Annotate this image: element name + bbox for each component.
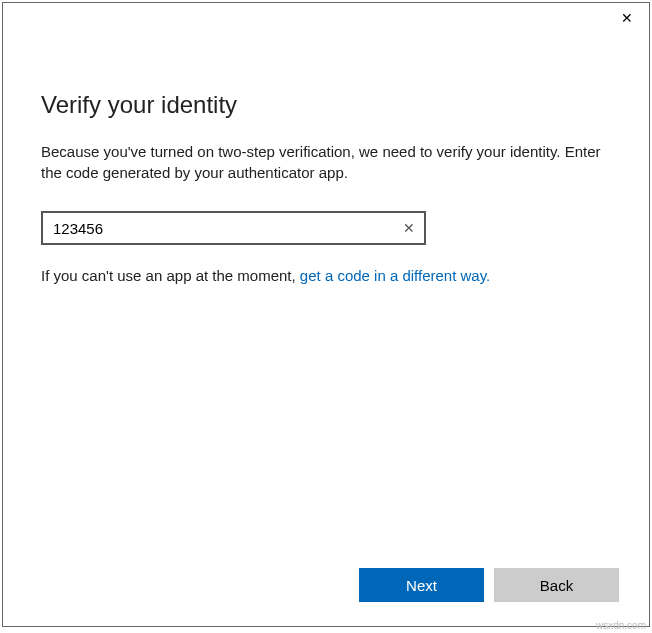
help-prefix: If you can't use an app at the moment, bbox=[41, 267, 300, 284]
alternate-code-link[interactable]: get a code in a different way. bbox=[300, 267, 490, 284]
close-button[interactable]: ✕ bbox=[604, 3, 649, 33]
verification-code-input[interactable] bbox=[41, 211, 426, 245]
code-input-wrapper: ✕ bbox=[41, 211, 426, 245]
watermark: wsxdn.com bbox=[596, 620, 646, 631]
dialog-footer: Next Back bbox=[359, 568, 619, 602]
verify-identity-dialog: ✕ Verify your identity Because you've tu… bbox=[2, 2, 650, 627]
next-button[interactable]: Next bbox=[359, 568, 484, 602]
back-button[interactable]: Back bbox=[494, 568, 619, 602]
clear-icon: ✕ bbox=[403, 220, 415, 236]
instruction-text: Because you've turned on two-step verifi… bbox=[41, 141, 611, 183]
page-title: Verify your identity bbox=[41, 91, 611, 119]
titlebar: ✕ bbox=[3, 3, 649, 33]
close-icon: ✕ bbox=[621, 10, 633, 26]
dialog-content: Verify your identity Because you've turn… bbox=[3, 33, 649, 284]
help-text: If you can't use an app at the moment, g… bbox=[41, 267, 611, 284]
clear-input-button[interactable]: ✕ bbox=[396, 215, 422, 241]
